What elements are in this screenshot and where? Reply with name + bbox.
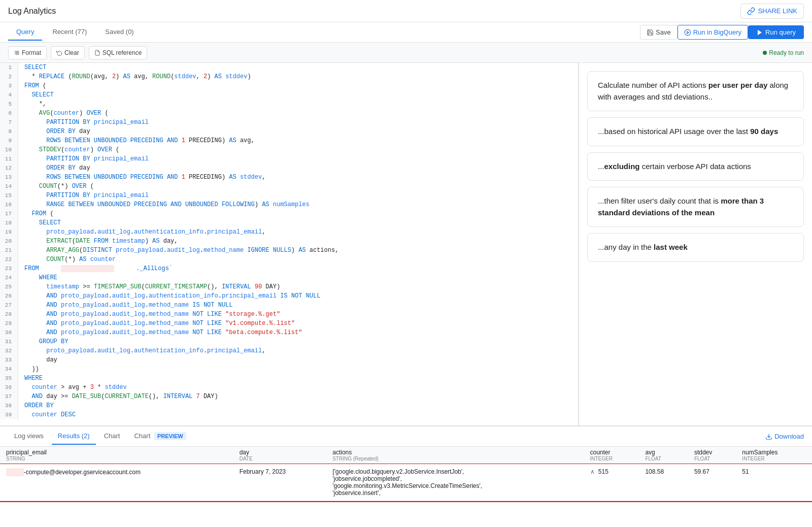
download-icon <box>765 433 772 440</box>
line-number: 30 <box>0 328 18 337</box>
col-header-avg: avgFLOAT <box>639 447 688 464</box>
line-number: 21 <box>0 246 18 255</box>
line-number: 17 <box>0 209 18 218</box>
code-line-33: 33 day <box>0 355 578 365</box>
code-line-20: 20 EXTRACT(DATE FROM timestamp) AS day, <box>0 237 578 246</box>
line-number: 8 <box>0 127 18 136</box>
line-content: PARTITION BY principal_email <box>18 154 578 163</box>
line-content: AND day >= DATE_SUB(CURRENT_DATE(), INTE… <box>18 392 578 401</box>
code-editor[interactable]: 1SELECT2 * REPLACE (ROUND(avg, 2) AS avg… <box>0 63 579 425</box>
line-number: 35 <box>0 374 18 383</box>
run-query-button[interactable]: Run query <box>748 25 804 39</box>
table-row: -compute@developer.gserviceaccount.com F… <box>0 464 812 501</box>
clear-button[interactable]: Clear <box>51 46 85 59</box>
line-content: FROM ( <box>18 209 578 218</box>
line-content: COUNT(*) OVER ( <box>18 182 578 191</box>
cell-day: February 7, 2023 <box>233 464 327 501</box>
tab-query[interactable]: Query <box>8 24 42 41</box>
expand-icon[interactable]: ∧ <box>590 468 595 475</box>
line-content: WHERE <box>18 374 578 383</box>
line-content: AND proto_payload.audit_log.authenticati… <box>18 291 578 301</box>
col-header-stddev: stddevFLOAT <box>688 447 736 464</box>
line-number: 32 <box>0 346 18 355</box>
results-table-wrap[interactable]: principal_emailSTRING dayDATE actionsSTR… <box>0 447 812 527</box>
line-number: 11 <box>0 154 18 163</box>
code-line-32: 32 proto_payload.audit_log.authenticatio… <box>0 346 578 355</box>
code-line-9: 9 ROWS BETWEEN UNBOUNDED PRECEDING AND 1… <box>0 136 578 145</box>
format-button[interactable]: Format <box>8 46 47 59</box>
line-number: 25 <box>0 282 18 291</box>
sql-reference-button[interactable]: SQL reference <box>89 46 148 59</box>
line-number: 10 <box>0 145 18 154</box>
format-icon <box>14 50 20 56</box>
annotation-4: ...then filter user's daily count that i… <box>587 187 804 227</box>
download-button[interactable]: Download <box>765 433 804 440</box>
code-line-16: 16 RANGE BETWEEN UNBOUNDED PRECEDING AND… <box>0 200 578 209</box>
line-number: 6 <box>0 109 18 118</box>
query-toolbar: Format Clear SQL reference Ready to run <box>0 43 812 63</box>
results-tabs: Log views Results (2) Chart Chart PREVIE… <box>8 428 192 445</box>
cell-counter: ∧ 515 <box>584 464 639 501</box>
status-dot <box>763 51 767 55</box>
save-button[interactable]: Save <box>640 25 678 40</box>
bigquery-icon <box>684 29 691 36</box>
code-line-6: 6 AVG(counter) OVER ( <box>0 109 578 118</box>
line-content: PARTITION BY principal_email <box>18 118 578 127</box>
status-area: Ready to run <box>763 49 804 56</box>
line-number: 9 <box>0 136 18 145</box>
run-query-label: Run query <box>765 28 796 36</box>
tab-recent[interactable]: Recent (77) <box>44 24 95 41</box>
line-number: 16 <box>0 200 18 209</box>
line-number: 4 <box>0 90 18 100</box>
col-header-day: dayDATE <box>233 447 327 464</box>
line-content: GROUP BY <box>18 337 578 346</box>
tab-results[interactable]: Results (2) <box>52 428 96 445</box>
code-line-3: 3FROM ( <box>0 81 578 90</box>
ready-status: Ready to run <box>763 49 804 56</box>
code-line-17: 17 FROM ( <box>0 209 578 218</box>
col-header-principal-email: principal_emailSTRING <box>0 447 233 464</box>
line-content: proto_payload.audit_log.authentication_i… <box>18 227 578 237</box>
code-line-27: 27 AND proto_payload.audit_log.method_na… <box>0 301 578 310</box>
line-number: 18 <box>0 218 18 227</box>
line-content: SELECT <box>18 90 578 100</box>
tab-log-views[interactable]: Log views <box>8 428 50 445</box>
col-header-numsamples: numSamplesINTEGER <box>736 447 812 464</box>
line-number: 28 <box>0 310 18 319</box>
line-content: SELECT <box>18 63 578 72</box>
line-number: 27 <box>0 301 18 310</box>
tab-chart[interactable]: Chart <box>98 428 126 445</box>
line-number: 33 <box>0 355 18 365</box>
line-content: *, <box>18 100 578 109</box>
sql-ref-icon <box>94 50 100 56</box>
line-number: 37 <box>0 392 18 401</box>
share-link-button[interactable]: SHARE LINK <box>740 4 804 19</box>
line-number: 13 <box>0 173 18 182</box>
tab-preview[interactable]: Chart PREVIEW <box>128 428 192 445</box>
code-line-19: 19 proto_payload.audit_log.authenticatio… <box>0 227 578 237</box>
line-content: COUNT(*) AS counter <box>18 255 578 264</box>
run-bigquery-button[interactable]: Run in BigQuery <box>678 25 748 40</box>
code-line-5: 5 *, <box>0 100 578 109</box>
line-content: ORDER BY <box>18 401 578 410</box>
line-content: RANGE BETWEEN UNBOUNDED PRECEDING AND UN… <box>18 200 578 209</box>
line-number: 24 <box>0 273 18 282</box>
line-content: * REPLACE (ROUND(avg, 2) AS avg, ROUND(s… <box>18 72 578 81</box>
play-icon <box>756 29 763 36</box>
line-content: ORDER BY day <box>18 127 578 136</box>
preview-badge: PREVIEW <box>154 432 186 440</box>
save-label: Save <box>656 28 671 36</box>
code-line-7: 7 PARTITION BY principal_email <box>0 118 578 127</box>
annotation-panel: Calculate number of API actions per user… <box>579 63 812 425</box>
line-content: STDDEV(counter) OVER ( <box>18 145 578 154</box>
code-line-8: 8 ORDER BY day <box>0 127 578 136</box>
line-number: 7 <box>0 118 18 127</box>
tab-saved[interactable]: Saved (0) <box>97 24 142 41</box>
svg-marker-1 <box>758 29 762 35</box>
line-content: AND proto_payload.audit_log.method_name … <box>18 328 578 337</box>
share-icon <box>747 7 755 15</box>
redacted-email <box>6 468 24 476</box>
code-line-26: 26 AND proto_payload.audit_log.authentic… <box>0 291 578 301</box>
code-line-13: 13 ROWS BETWEEN UNBOUNDED PRECEDING AND … <box>0 173 578 182</box>
code-line-22: 22 COUNT(*) AS counter <box>0 255 578 264</box>
